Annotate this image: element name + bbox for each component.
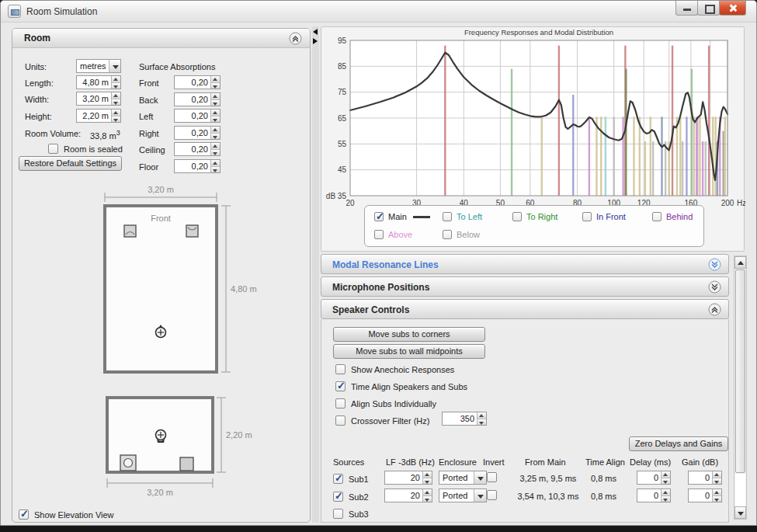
height-field[interactable]: 2,20 m (76, 109, 121, 123)
absorption-back-field[interactable]: 0,20 (174, 92, 221, 106)
collapse-up-icon[interactable] (289, 32, 302, 45)
legend-behind-checkbox[interactable] (652, 212, 662, 221)
sub1-lf-field[interactable]: 20 (384, 471, 432, 485)
spin-up-icon[interactable] (662, 489, 670, 496)
spin-down-icon[interactable] (423, 496, 432, 502)
spin-up-icon[interactable] (211, 110, 220, 116)
units-select[interactable]: metres (76, 59, 121, 73)
expand-down-icon[interactable] (708, 258, 721, 271)
spin-down-icon[interactable] (662, 478, 670, 485)
spin-up-icon[interactable] (211, 127, 220, 134)
sub2-gain-field[interactable]: 0 (688, 489, 722, 502)
spin-down-icon[interactable] (423, 478, 432, 485)
spin-up-icon[interactable] (423, 471, 432, 478)
length-field[interactable]: 4,80 m (76, 75, 121, 89)
legend-to-right-checkbox[interactable] (512, 212, 522, 221)
scrollbar-thumb[interactable] (735, 269, 745, 473)
collapse-left-icon[interactable] (313, 29, 318, 35)
show-elevation-checkbox[interactable] (19, 509, 29, 520)
restore-defaults-button[interactable]: Restore Default Settings (19, 156, 122, 171)
room-panel-header[interactable]: Room (12, 29, 310, 48)
spin-down-icon[interactable] (211, 100, 220, 106)
align-subs-checkbox[interactable] (335, 398, 346, 409)
right-speaker-icon[interactable] (186, 225, 198, 237)
right-scrollbar[interactable] (734, 256, 747, 520)
spin-down-icon[interactable] (211, 150, 220, 156)
room-sealed-checkbox[interactable] (48, 144, 58, 154)
spin-down-icon[interactable] (211, 134, 220, 140)
sub1-enable-checkbox[interactable] (333, 474, 343, 484)
collapse-right-icon[interactable] (313, 38, 318, 44)
chevron-down-icon[interactable] (109, 60, 120, 72)
spin-down-icon[interactable] (112, 116, 120, 123)
legend-above-checkbox[interactable] (374, 230, 384, 239)
sub2-enclosure-select[interactable]: Ported (439, 489, 487, 502)
crossover-checkbox[interactable] (335, 416, 346, 426)
sub1-icon[interactable] (120, 455, 136, 471)
scroll-down-icon[interactable] (734, 506, 746, 519)
sub1-delay-field[interactable]: 0 (637, 471, 671, 485)
spin-up-icon[interactable] (477, 412, 486, 419)
spin-up-icon[interactable] (211, 76, 220, 83)
sub1-enclosure-select[interactable]: Ported (439, 471, 487, 485)
crossover-field[interactable]: 350 (442, 412, 487, 426)
section-speaker-controls[interactable]: Speaker Controls (321, 299, 729, 319)
scroll-up-icon[interactable] (734, 256, 746, 269)
sub2-invert-checkbox[interactable] (487, 490, 497, 500)
spin-up-icon[interactable] (211, 93, 220, 100)
sub1-invert-checkbox[interactable] (487, 472, 497, 482)
time-align-checkbox[interactable] (335, 381, 346, 391)
spin-down-icon[interactable] (713, 478, 721, 485)
show-anechoic-checkbox[interactable] (335, 364, 346, 374)
absorption-left-field[interactable]: 0,20 (174, 109, 221, 123)
expand-down-icon[interactable] (708, 280, 721, 294)
minimize-button[interactable] (675, 1, 698, 16)
chevron-down-icon[interactable] (474, 489, 486, 502)
spin-up-icon[interactable] (713, 489, 721, 496)
close-button[interactable] (719, 1, 746, 16)
spin-up-icon[interactable] (211, 160, 220, 167)
spin-up-icon[interactable] (662, 471, 670, 478)
sub2-enable-checkbox[interactable] (333, 492, 343, 502)
spin-down-icon[interactable] (211, 116, 220, 123)
spin-down-icon[interactable] (112, 83, 120, 89)
move-subs-midpoints-button[interactable]: Move subs to wall midpoints (333, 344, 485, 359)
sub2-delay-field[interactable]: 0 (637, 489, 671, 502)
svg-text:75: 75 (338, 88, 347, 96)
chevron-down-icon[interactable] (474, 471, 486, 484)
split-divider[interactable] (312, 26, 319, 523)
width-field[interactable]: 3,20 m (76, 92, 121, 106)
spin-down-icon[interactable] (662, 496, 670, 502)
zero-delays-gains-button[interactable]: Zero Delays and Gains (629, 436, 728, 451)
spin-up-icon[interactable] (211, 143, 220, 150)
absorption-front-field[interactable]: 0,20 (174, 75, 221, 89)
spin-up-icon[interactable] (112, 92, 120, 99)
move-subs-corners-button[interactable]: Move subs to corners (333, 327, 485, 342)
scrollbar-track[interactable] (735, 474, 745, 506)
spin-down-icon[interactable] (211, 83, 220, 89)
collapse-up-icon[interactable] (708, 303, 721, 316)
legend-below-checkbox[interactable] (443, 230, 452, 239)
absorption-right-field[interactable]: 0,20 (174, 126, 221, 140)
absorption-ceiling-field[interactable]: 0,20 (174, 142, 221, 156)
spin-up-icon[interactable] (423, 489, 432, 496)
spin-up-icon[interactable] (112, 76, 120, 83)
sub1-gain-field[interactable]: 0 (688, 471, 722, 485)
legend-to-left-checkbox[interactable] (443, 212, 452, 221)
spin-down-icon[interactable] (112, 99, 120, 106)
left-speaker-icon[interactable] (124, 225, 136, 237)
spin-down-icon[interactable] (477, 419, 486, 426)
legend-main-checkbox[interactable] (374, 212, 384, 221)
sub3-enable-checkbox[interactable] (333, 509, 343, 519)
spin-up-icon[interactable] (713, 471, 721, 478)
spin-up-icon[interactable] (112, 110, 120, 116)
sub2-lf-field[interactable]: 20 (384, 489, 432, 502)
sub2-icon[interactable] (180, 457, 193, 471)
section-microphone-positions[interactable]: Microphone Positions (321, 276, 729, 297)
spin-down-icon[interactable] (211, 167, 220, 173)
spin-down-icon[interactable] (713, 496, 721, 502)
legend-in-front-checkbox[interactable] (582, 212, 592, 221)
section-modal-resonance-lines[interactable]: Modal Resonance Lines (321, 254, 729, 274)
absorption-floor-field[interactable]: 0,20 (174, 159, 221, 173)
maximize-button[interactable] (697, 1, 720, 16)
